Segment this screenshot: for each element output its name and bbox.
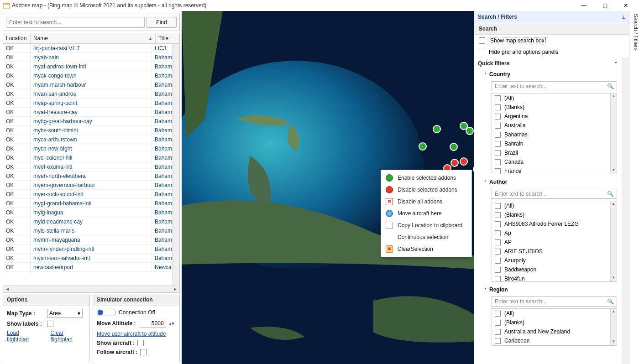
col-title[interactable]: Title <box>156 33 179 43</box>
show-map-search-checkbox[interactable] <box>479 37 485 44</box>
filter-checkbox[interactable] <box>495 276 501 282</box>
table-row[interactable]: OK myig-inagua Baham <box>3 208 172 217</box>
table-row[interactable]: OK mysm-san-salvador-intl Baham <box>3 254 172 263</box>
table-row[interactable]: OK myls-stella-maris Baham <box>3 226 172 235</box>
table-row[interactable]: OK myem-governors-harbour Baham <box>3 181 172 190</box>
table-row[interactable]: OK myaf-andros-town-intl Baham <box>3 62 172 71</box>
minimize-button[interactable]: — <box>573 0 594 11</box>
filter-item[interactable]: Brazil <box>492 148 610 157</box>
filter-item[interactable]: Australia and New Zealand <box>492 327 610 336</box>
filter-checkbox[interactable] <box>495 95 501 101</box>
filter-checkbox[interactable] <box>495 150 501 156</box>
close-button[interactable]: ✕ <box>615 0 636 11</box>
vertical-tab-search-filters[interactable]: Search / Filters <box>629 11 639 364</box>
filter-search-input[interactable]: Enter text to search...🔍 <box>492 296 617 307</box>
filter-item[interactable]: Azurpoly <box>492 256 610 265</box>
table-row[interactable]: OK myap-spring-point Baham <box>3 99 172 108</box>
context-menu-item[interactable]: ✖ClearSelection <box>381 243 471 255</box>
filter-search-input[interactable]: Enter text to search...🔍 <box>492 189 617 199</box>
move-aircraft-link[interactable]: Move user aircraft to altitude <box>97 331 166 337</box>
filter-item[interactable]: France <box>492 166 610 174</box>
connection-toggle[interactable] <box>97 309 116 316</box>
filter-checkbox[interactable] <box>495 311 501 317</box>
table-row[interactable]: OK myat-treasure-cay Baham <box>3 108 172 117</box>
table-row[interactable]: OK myld-deadmans-cay Baham <box>3 217 172 226</box>
filter-item[interactable]: (All) <box>492 94 610 103</box>
filters-vertical-scrollbar[interactable] <box>622 57 629 364</box>
table-row[interactable]: OK newcastleairport Newca <box>3 263 172 272</box>
filter-item[interactable]: Caribbean <box>492 336 610 345</box>
table-row[interactable]: OK myan-san-andros Baham <box>3 89 172 99</box>
hide-panels-checkbox[interactable] <box>479 49 485 55</box>
filter-group-header[interactable]: ˅Author <box>474 177 621 187</box>
show-aircraft-checkbox[interactable] <box>137 340 144 346</box>
filter-group-header[interactable]: ˅Region <box>474 285 621 295</box>
context-menu-item[interactable]: Continuous selection <box>381 231 471 243</box>
filter-item[interactable]: Biro4fun <box>492 274 610 281</box>
filter-item[interactable]: (Blanks) <box>492 210 610 219</box>
filter-checkbox[interactable] <box>495 239 501 245</box>
filter-item[interactable]: (Blanks) <box>492 103 610 112</box>
table-row[interactable]: OK myak-congo-town Baham <box>3 71 172 80</box>
filter-checkbox[interactable] <box>495 123 501 129</box>
filter-list-scrollbar[interactable]: ▴▾ <box>610 94 617 174</box>
map-marker[interactable] <box>450 159 459 167</box>
show-labels-checkbox[interactable] <box>47 321 53 327</box>
grid-vertical-scrollbar[interactable] <box>172 44 179 285</box>
search-input[interactable] <box>6 17 145 28</box>
map-marker[interactable] <box>466 127 474 135</box>
quick-filters-header[interactable]: Quick filters ˄ <box>474 57 621 69</box>
filter-checkbox[interactable] <box>495 338 501 344</box>
find-button[interactable]: Find <box>147 17 177 28</box>
filter-item[interactable]: Bahamas <box>492 130 610 139</box>
move-altitude-input[interactable] <box>139 319 166 328</box>
filter-checkbox[interactable] <box>495 212 501 218</box>
filter-checkbox[interactable] <box>495 258 501 264</box>
table-row[interactable]: OK mymm-mayaguana Baham <box>3 235 172 244</box>
table-row[interactable]: OK mynn-lynden-pindling-intl Baham <box>3 244 172 254</box>
filter-item[interactable]: Australia <box>492 121 610 130</box>
table-row[interactable]: OK mycb-new-bight Baham <box>3 144 172 153</box>
filter-checkbox[interactable] <box>495 168 501 174</box>
context-menu-item[interactable]: Move aircraft here <box>381 208 471 219</box>
filter-group-header[interactable]: ˅Country <box>474 69 621 79</box>
context-menu-item[interactable]: Copy Location to clipboard <box>381 219 471 231</box>
filter-item[interactable]: AHS9083 Alfredo Ferrer LEZG <box>492 219 610 229</box>
filter-checkbox[interactable] <box>495 114 501 120</box>
filter-list-scrollbar[interactable]: ▴▾ <box>610 309 617 345</box>
filter-checkbox[interactable] <box>495 132 501 138</box>
filter-item[interactable]: Ap <box>492 229 610 238</box>
map-marker[interactable] <box>460 157 468 166</box>
maximize-button[interactable]: ▢ <box>594 0 615 11</box>
table-row[interactable]: OK myab-bain Baham <box>3 53 172 62</box>
map-marker[interactable] <box>419 142 427 151</box>
stepper-icon[interactable]: ▴▾ <box>169 320 174 327</box>
table-row[interactable]: OK mygf-grand-bahama-intl Baham <box>3 199 172 208</box>
filter-item[interactable]: (All) <box>492 309 610 318</box>
filter-checkbox[interactable] <box>495 329 501 335</box>
map-marker[interactable] <box>450 143 458 151</box>
filter-item[interactable]: (Blanks) <box>492 318 610 327</box>
map-type-select[interactable]: Area▾ <box>47 309 83 318</box>
filter-checkbox[interactable] <box>495 221 501 227</box>
table-row[interactable]: OK myef-exuma-intl Baham <box>3 162 172 172</box>
table-row[interactable]: OK mybs-south-bimini Baham <box>3 126 172 135</box>
filter-checkbox[interactable] <box>495 141 501 147</box>
filter-checkbox[interactable] <box>495 320 501 326</box>
filter-item[interactable]: AP <box>492 238 610 247</box>
filter-item[interactable]: Canada <box>492 157 610 166</box>
filter-item[interactable]: (All) <box>492 201 610 210</box>
col-name[interactable]: Name▲ <box>31 33 156 43</box>
map-canvas[interactable]: Enable selected addonsDisable selected a… <box>182 11 474 364</box>
table-row[interactable]: OK myam-marsh-harbour Baham <box>3 80 172 89</box>
filter-list-scrollbar[interactable]: ▴▾ <box>610 201 617 281</box>
filter-search-input[interactable]: Enter text to search...🔍 <box>492 81 617 91</box>
table-row[interactable]: OK mybg-great-harbour-cay Baham <box>3 117 172 126</box>
load-flightplan-link[interactable]: Load flightplan <box>7 330 42 343</box>
filter-item[interactable]: Argentina <box>492 112 610 121</box>
pin-icon[interactable]: ⟂ <box>622 14 625 20</box>
filter-item[interactable]: Bahrain <box>492 139 610 148</box>
table-row[interactable]: OK myeh-north-eleuthera Baham <box>3 172 172 181</box>
table-row[interactable]: OK myer-rock-sound-intl Baham <box>3 190 172 199</box>
context-menu-item[interactable]: Disable selected addons <box>381 184 471 196</box>
